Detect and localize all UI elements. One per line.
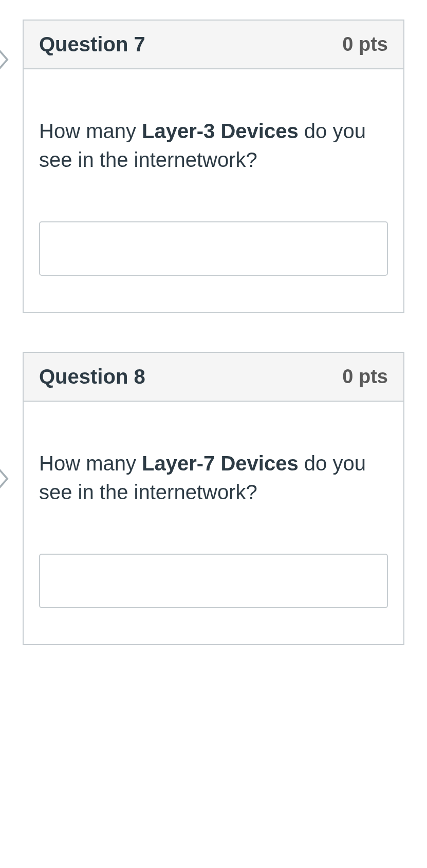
question-prompt: How many Layer-3 Devices do you see in t… (39, 117, 388, 174)
answer-input[interactable] (39, 554, 388, 608)
next-arrow-icon[interactable] (0, 47, 11, 76)
answer-input[interactable] (39, 221, 388, 276)
prompt-bold: Layer-7 Devices (142, 452, 299, 475)
prompt-prefix: How many (39, 452, 142, 475)
question-points: 0 pts (342, 33, 388, 55)
question-title: Question 8 (39, 365, 145, 388)
question-card: Question 7 0 pts How many Layer-3 Device… (23, 20, 404, 313)
question-prompt: How many Layer-7 Devices do you see in t… (39, 449, 388, 506)
prompt-bold: Layer-3 Devices (142, 120, 299, 142)
question-title: Question 7 (39, 33, 145, 56)
question-header: Question 7 0 pts (24, 21, 403, 69)
question-points: 0 pts (342, 366, 388, 388)
question-card: Question 8 0 pts How many Layer-7 Device… (23, 352, 404, 645)
question-body: How many Layer-3 Devices do you see in t… (24, 69, 403, 312)
prompt-prefix: How many (39, 120, 142, 142)
next-arrow-icon[interactable] (0, 466, 11, 495)
question-header: Question 8 0 pts (24, 353, 403, 402)
question-body: How many Layer-7 Devices do you see in t… (24, 402, 403, 644)
